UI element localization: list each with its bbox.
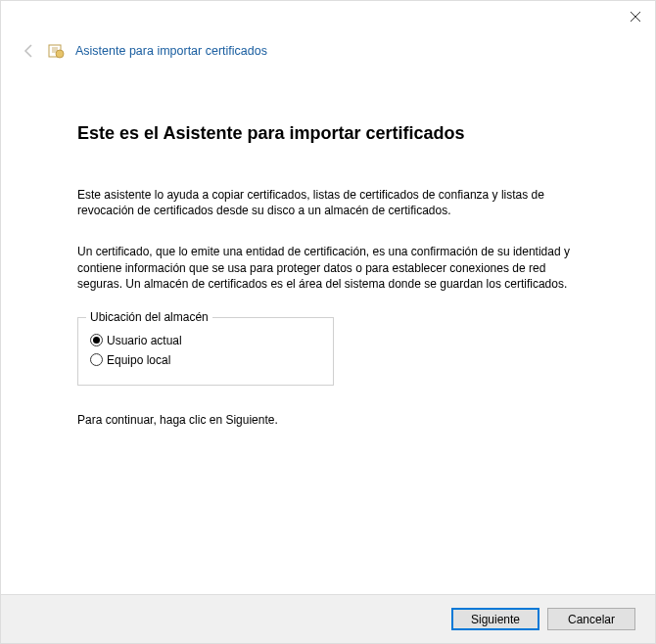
certificate-icon bbox=[48, 42, 66, 60]
next-button[interactable]: Siguiente bbox=[451, 608, 539, 630]
wizard-footer: Siguiente Cancelar bbox=[1, 594, 655, 643]
radio-icon bbox=[90, 353, 103, 366]
wizard-header: Asistente para importar certificados bbox=[1, 32, 655, 60]
close-button[interactable] bbox=[628, 9, 643, 24]
cancel-button[interactable]: Cancelar bbox=[547, 608, 635, 630]
intro-text: Este asistente lo ayuda a copiar certifi… bbox=[77, 187, 579, 218]
radio-current-user[interactable]: Usuario actual bbox=[90, 334, 321, 347]
back-arrow-icon bbox=[21, 42, 38, 60]
continue-hint: Para continuar, haga clic en Siguiente. bbox=[77, 413, 579, 427]
radio-icon bbox=[90, 334, 103, 346]
wizard-title: Asistente para importar certificados bbox=[75, 44, 267, 58]
store-location-legend: Ubicación del almacén bbox=[86, 310, 212, 324]
page-heading: Este es el Asistente para importar certi… bbox=[77, 123, 579, 144]
wizard-content: Este es el Asistente para importar certi… bbox=[1, 60, 655, 427]
description-text: Un certificado, que lo emite una entidad… bbox=[77, 244, 579, 292]
radio-local-machine[interactable]: Equipo local bbox=[90, 353, 321, 367]
svg-point-3 bbox=[56, 50, 64, 58]
radio-label: Usuario actual bbox=[107, 334, 182, 347]
store-location-group: Ubicación del almacén Usuario actual Equ… bbox=[77, 317, 334, 386]
radio-label: Equipo local bbox=[107, 353, 170, 367]
